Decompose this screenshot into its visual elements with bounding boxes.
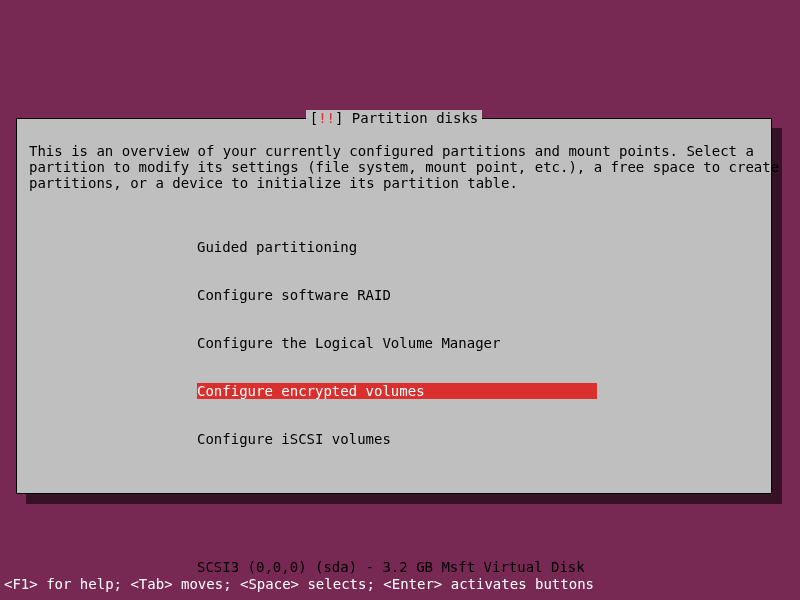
title-bracket-close: ] bbox=[335, 110, 352, 126]
menu-configure-lvm[interactable]: Configure the Logical Volume Manager bbox=[29, 335, 759, 351]
menu-spacer bbox=[29, 495, 759, 511]
disk-header-sda[interactable]: SCSI3 (0,0,0) (sda) - 3.2 GB Msft Virtua… bbox=[29, 559, 759, 575]
title-text: Partition disks bbox=[352, 110, 478, 126]
partition-dialog: [!!] Partition disks This is an overview… bbox=[16, 118, 772, 494]
title-bang: !! bbox=[318, 110, 335, 126]
help-footer: <F1> for help; <Tab> moves; <Space> sele… bbox=[0, 576, 800, 592]
menu-configure-raid[interactable]: Configure software RAID bbox=[29, 287, 759, 303]
dialog-title: [!!] Partition disks bbox=[306, 110, 483, 126]
partition-menu: Guided partitioning Configure software R… bbox=[29, 207, 759, 600]
dialog-title-wrap: [!!] Partition disks bbox=[17, 110, 771, 126]
title-bracket-open: [ bbox=[310, 110, 318, 126]
menu-configure-iscsi[interactable]: Configure iSCSI volumes bbox=[29, 431, 759, 447]
menu-configure-encrypted[interactable]: Configure encrypted volumes bbox=[29, 383, 759, 399]
dialog-description: This is an overview of your currently co… bbox=[29, 143, 759, 191]
menu-guided-partitioning[interactable]: Guided partitioning bbox=[29, 239, 759, 255]
